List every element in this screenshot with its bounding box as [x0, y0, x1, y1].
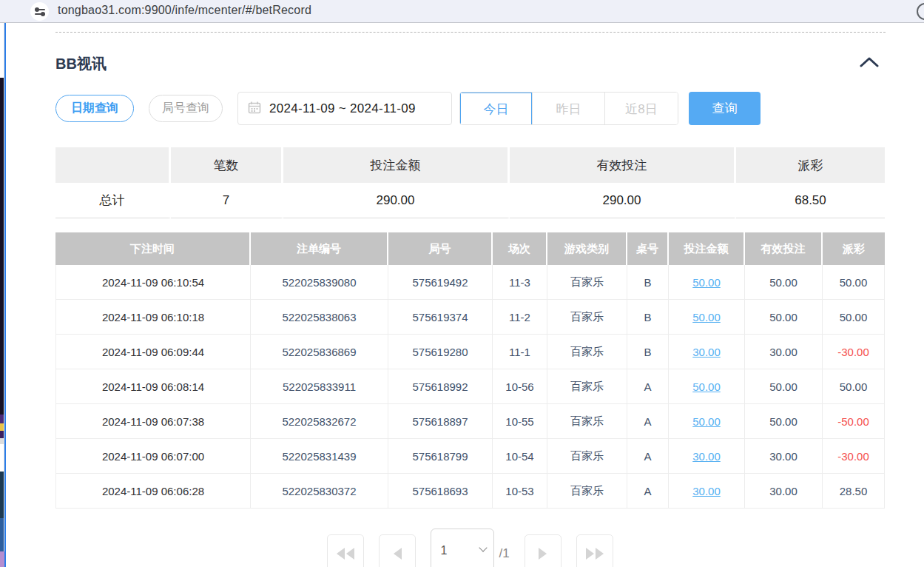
search-button[interactable]: 查询 [689, 92, 761, 125]
cell-bet-amount: 30.00 [669, 335, 745, 369]
summary-header-blank [55, 147, 171, 183]
next-page-button[interactable] [525, 534, 562, 567]
cell-game-type: 百家乐 [547, 439, 627, 474]
cell-game-type: 百家乐 [547, 335, 627, 369]
url-text[interactable]: tongbao31.com:9900/infe/mcenter/#/betRec… [58, 4, 311, 17]
table-row: 2024-11-09 06:10:54522025839080575619492… [55, 265, 885, 300]
cell-bet-amount: 30.00 [669, 474, 745, 509]
last-page-button[interactable] [576, 534, 613, 567]
cell-valid-bet: 50.00 [745, 369, 823, 404]
summary-total-payout: 68.50 [736, 183, 885, 218]
quick-last8days-button[interactable]: 近8日 [605, 93, 678, 125]
round-query-tab[interactable]: 局号查询 [149, 95, 223, 122]
prev-page-icon [394, 548, 402, 560]
first-page-button[interactable] [327, 534, 364, 567]
cell-bet-time: 2024-11-09 06:10:18 [55, 300, 251, 335]
cell-payout: -30.00 [823, 335, 885, 369]
cell-bet-amount: 50.00 [669, 300, 745, 335]
cell-bet-no: 522025831439 [251, 439, 388, 474]
cell-valid-bet: 50.00 [745, 265, 823, 300]
cell-game-type: 百家乐 [547, 404, 627, 439]
cell-bet-time: 2024-11-09 06:08:14 [55, 369, 251, 404]
cell-round-no: 575619374 [388, 300, 493, 335]
bet-amount-link[interactable]: 30.00 [692, 485, 721, 497]
quick-range-group: 今日 昨日 近8日 [459, 92, 678, 125]
cell-bet-time: 2024-11-09 06:07:00 [55, 439, 251, 474]
page-select-input[interactable]: 1 [431, 529, 494, 567]
summary-header-payout: 派彩 [736, 147, 885, 183]
cell-bet-amount: 50.00 [669, 404, 745, 439]
prev-page-button[interactable] [379, 534, 416, 567]
bet-record-page: BB视讯 日期查询 局号查询 [6, 23, 924, 567]
summary-total-row: 总计 7 290.00 290.00 68.50 [55, 183, 885, 218]
cell-payout: -30.00 [823, 439, 885, 474]
page-title: BB视讯 [55, 54, 885, 74]
cell-session: 10-54 [493, 439, 547, 474]
cell-bet-amount: 50.00 [669, 369, 745, 404]
cell-bet-no: 522025839080 [251, 265, 388, 300]
cell-table-no: B [627, 300, 669, 335]
cell-round-no: 575619492 [388, 265, 493, 300]
quick-today-button[interactable]: 今日 [460, 93, 533, 125]
cell-bet-no: 522025830372 [251, 474, 388, 509]
cell-bet-time: 2024-11-09 06:10:54 [55, 265, 251, 300]
cell-bet-amount: 50.00 [669, 265, 745, 300]
site-permissions-icon[interactable] [30, 2, 49, 21]
cell-table-no: A [627, 439, 669, 474]
cell-bet-time: 2024-11-09 06:09:44 [55, 335, 251, 369]
header-round-no: 局号 [388, 232, 493, 265]
cell-bet-amount: 30.00 [669, 439, 745, 474]
quick-yesterday-button[interactable]: 昨日 [533, 93, 605, 125]
page-select[interactable]: 1 [431, 529, 494, 567]
cell-session: 10-55 [493, 404, 547, 439]
summary-table: 笔数 投注金额 有效投注 派彩 总计 7 290.00 290.00 68.50 [55, 147, 885, 218]
cell-table-no: B [627, 335, 669, 369]
header-bet-no: 注单编号 [251, 232, 388, 265]
date-range-value: 2024-11-09 ~ 2024-11-09 [269, 101, 416, 116]
cell-bet-no: 522025832672 [251, 404, 388, 439]
header-bet-amount: 投注金额 [669, 232, 745, 265]
record-header-row: 下注时间 注单编号 局号 场次 游戏类别 桌号 投注金额 有效投注 派彩 [55, 232, 885, 265]
cell-game-type: 百家乐 [547, 474, 627, 509]
date-range-input[interactable]: 2024-11-09 ~ 2024-11-09 [237, 92, 452, 125]
cell-payout: 28.50 [823, 474, 885, 509]
header-payout: 派彩 [823, 232, 885, 265]
cell-payout: 50.00 [823, 300, 885, 335]
browser-window: tongbao31.com:9900/infe/mcenter/#/betRec… [0, 0, 924, 567]
browser-url-bar[interactable]: tongbao31.com:9900/infe/mcenter/#/betRec… [0, 0, 924, 23]
cell-round-no: 575618992 [388, 369, 493, 404]
table-row: 2024-11-09 06:10:18522025838063575619374… [55, 300, 885, 335]
cell-bet-time: 2024-11-09 06:07:38 [55, 404, 251, 439]
bet-amount-link[interactable]: 50.00 [692, 311, 721, 323]
bet-amount-link[interactable]: 50.00 [692, 276, 721, 289]
cell-game-type: 百家乐 [547, 300, 627, 335]
chevron-up-icon[interactable] [860, 56, 879, 70]
bet-amount-link[interactable]: 50.00 [692, 380, 721, 393]
cell-payout: -50.00 [823, 404, 885, 439]
calendar-icon [248, 101, 261, 117]
bet-amount-link[interactable]: 50.00 [692, 415, 721, 428]
browser-profile-icon[interactable] [917, 3, 924, 20]
header-table-no: 桌号 [627, 232, 669, 265]
first-page-icon [336, 548, 355, 560]
bet-amount-link[interactable]: 30.00 [692, 450, 721, 463]
cell-table-no: A [627, 404, 669, 439]
bet-amount-link[interactable]: 30.00 [692, 346, 721, 358]
cell-bet-no: 522025833911 [251, 369, 388, 404]
summary-total-bet-amount: 290.00 [283, 183, 510, 218]
summary-total-label: 总计 [55, 183, 171, 218]
cell-valid-bet: 30.00 [745, 335, 823, 369]
cell-game-type: 百家乐 [547, 265, 627, 300]
header-bet-time: 下注时间 [55, 232, 251, 265]
cell-session: 11-3 [493, 265, 547, 300]
cell-round-no: 575619280 [388, 335, 493, 369]
summary-total-valid-bet: 290.00 [510, 183, 736, 218]
date-query-tab[interactable]: 日期查询 [55, 95, 134, 122]
cell-valid-bet: 30.00 [745, 439, 823, 474]
header-valid-bet: 有效投注 [745, 232, 823, 265]
cell-payout: 50.00 [823, 265, 885, 300]
cell-session: 10-53 [493, 474, 547, 509]
cell-bet-no: 522025838063 [251, 300, 388, 335]
next-page-icon [539, 548, 547, 560]
panel-header: BB视讯 [55, 54, 885, 76]
